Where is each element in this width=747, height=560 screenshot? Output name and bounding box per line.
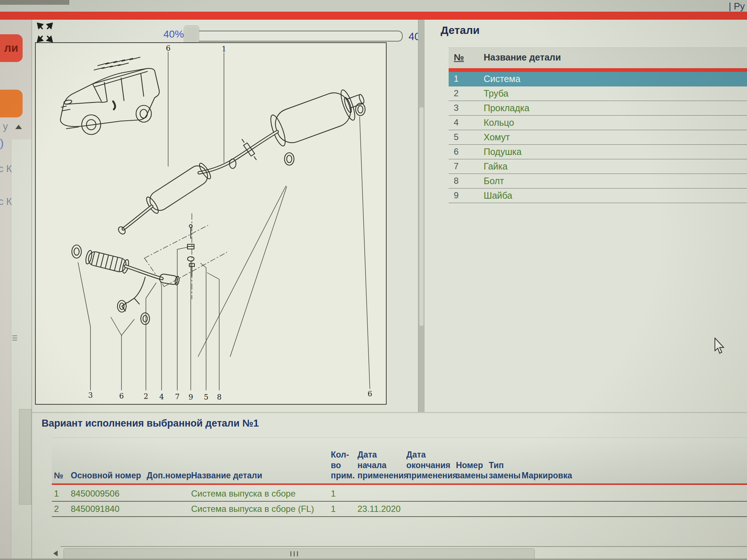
scrollbar-grip-icon	[289, 551, 299, 556]
sidebar-item-sk1[interactable]: с К	[0, 163, 12, 175]
variant-col-type: Тип замены	[489, 460, 520, 481]
sidebar-button-k[interactable]: к	[0, 90, 23, 117]
parts-row[interactable]: 3 Прокладка	[449, 101, 747, 116]
variant-cell-qty: 1	[331, 504, 336, 514]
parts-row[interactable]: 4 Кольцо	[449, 116, 747, 130]
sidebar-item-u[interactable]: у	[3, 121, 8, 132]
left-side-panel: ли к у ) с К с К	[0, 20, 31, 560]
variant-cell-no: 2	[54, 504, 59, 514]
parts-row-no: 9	[454, 190, 458, 201]
variant-col-qty: Кол- во прим.	[331, 450, 355, 481]
variant-col-add: Доп.номер	[147, 470, 191, 481]
collapse-arrow-icon[interactable]	[15, 125, 22, 129]
parts-row-name: Труба	[484, 88, 508, 99]
partial-icon: )	[0, 137, 4, 149]
section-divider	[32, 412, 747, 413]
horizontal-scrollbar[interactable]	[61, 546, 747, 560]
callout-number: 2	[144, 392, 148, 401]
callout-number: 6	[119, 392, 124, 400]
variant-cell-name: Система выпуска в сборе	[191, 489, 295, 499]
variant-col-name: Название детали	[191, 470, 262, 481]
photo-bottom-edge	[0, 559, 747, 560]
zoom-slider-track[interactable]	[186, 31, 403, 42]
callout-number: 1	[222, 44, 227, 53]
variant-col-dstart: Дата начала применения	[357, 450, 409, 481]
callout-number: 3	[88, 391, 93, 400]
left-vertical-scrollbar[interactable]	[19, 409, 31, 505]
scroll-left-arrow-icon[interactable]	[53, 551, 58, 556]
sidebar-button-detali[interactable]: ли	[0, 34, 23, 62]
parts-row[interactable]: 5 Хомут	[449, 130, 747, 145]
variant-cell-main: 8450009506	[71, 489, 119, 499]
horizontal-scrollbar-thumb[interactable]	[63, 548, 535, 559]
front-pipe	[72, 245, 180, 324]
photo-edge-shadow	[0, 0, 69, 5]
parts-panel: Детали № Название детали 1 Система 2 Тру…	[425, 20, 747, 412]
parts-row-name: Хомут	[484, 132, 510, 143]
main-panel: 40% 400%	[31, 20, 747, 560]
panel-splitter[interactable]	[418, 20, 425, 412]
parts-row[interactable]: 2 Труба	[449, 86, 747, 101]
variant-cell-name: Система выпуска в сборе (FL)	[191, 504, 314, 514]
parts-row[interactable]: 9 Шайба	[449, 188, 747, 203]
variant-cell-main: 8450091840	[71, 504, 119, 514]
callout-number: 7	[175, 392, 180, 401]
window-top-bar: | Ру	[0, 0, 747, 12]
variant-col-dend: Дата окончания применения	[406, 450, 457, 481]
variant-cell-dstart: 23.11.2020	[357, 504, 400, 514]
parts-row-name: Гайка	[484, 161, 507, 172]
variant-row[interactable]: 1 8450009506 Система выпуска в сборе 1	[52, 486, 747, 502]
variant-row[interactable]: 2 8450091840 Система выпуска в сборе (FL…	[52, 501, 747, 517]
sidebar-button-detali-label: ли	[4, 42, 18, 55]
parts-col-no: №	[454, 52, 464, 63]
callout-number: 4	[159, 392, 164, 401]
parts-row-no: 3	[454, 103, 458, 113]
accent-red-stripe	[0, 12, 747, 20]
rear-muffler	[268, 83, 369, 148]
parts-row-selected[interactable]: 1 Система	[449, 72, 747, 86]
parts-row[interactable]: 6 Подушка	[449, 145, 747, 159]
parts-row-name: Подушка	[484, 147, 522, 157]
parts-row-no: 4	[454, 117, 458, 128]
language-indicator[interactable]: | Ру	[729, 1, 745, 12]
parts-row[interactable]: 8 Болт	[449, 174, 747, 188]
parts-row-name: Кольцо	[484, 117, 514, 128]
variant-section-title: Вариант исполнения выбранной детали №1	[42, 418, 259, 429]
callout-number: 5	[204, 393, 209, 401]
fullscreen-icon[interactable]	[36, 22, 53, 43]
exhaust-diagram-drawing	[36, 43, 384, 402]
parts-row-no: 2	[454, 88, 458, 98]
variant-col-no: №	[54, 470, 63, 481]
parts-row-name: Прокладка	[484, 103, 529, 113]
variant-col-main: Основной номер	[71, 470, 141, 481]
parts-panel-title: Детали	[441, 24, 480, 36]
parts-header-red-underline	[449, 68, 747, 72]
exhaust-diagram-viewport[interactable]: 6 1 3 6 2 4 7 9 5 8 6	[35, 42, 387, 405]
variant-col-mark: Маркировка	[522, 470, 572, 481]
variant-cell-no: 1	[54, 489, 59, 499]
callout-number: 6	[166, 44, 171, 52]
parts-row-name: Болт	[484, 176, 504, 186]
panel-splitter-thumb[interactable]	[419, 107, 423, 326]
parts-row-name: Система	[484, 74, 520, 84]
parts-row-name: Шайба	[484, 190, 512, 201]
parts-col-name: Название детали	[484, 52, 561, 63]
parts-table-header: № Название детали	[449, 47, 747, 68]
parts-row-no: 8	[454, 176, 458, 186]
splitter-grip-icon[interactable]	[12, 334, 17, 342]
variant-cell-qty: 1	[331, 489, 336, 499]
callout-number: 9	[189, 393, 193, 401]
zoom-slider-thumb[interactable]	[184, 26, 199, 44]
variant-table: № Основной номер Доп.номер Название дета…	[52, 438, 747, 536]
parts-row-no: 7	[454, 161, 458, 171]
parts-row-no: 1	[454, 74, 458, 84]
variant-header-red-underline	[52, 483, 747, 485]
callout-number: 6	[368, 389, 372, 398]
sidebar-item-sk2[interactable]: с К	[0, 196, 12, 207]
parts-row-no: 6	[454, 147, 458, 157]
variant-table-header: № Основной номер Доп.номер Название дета…	[52, 438, 747, 484]
parts-table: № Название детали 1 Система 2 Труба 3 Пр…	[449, 47, 747, 203]
variant-col-repl: Номер замены	[456, 460, 488, 481]
callout-number: 8	[217, 393, 222, 401]
parts-row[interactable]: 7 Гайка	[449, 159, 747, 174]
